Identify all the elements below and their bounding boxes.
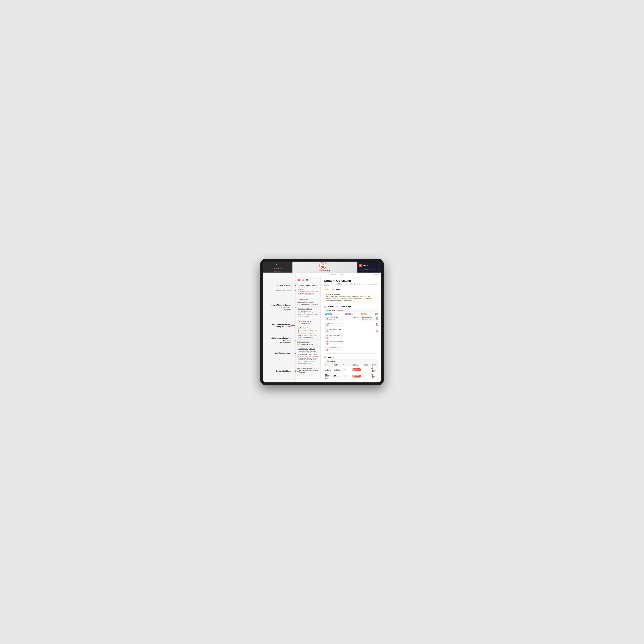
tiktok-icon: ▷ bbox=[346, 317, 347, 318]
contentos-os-small: OS bbox=[279, 270, 281, 272]
kanban-icon: 📋 bbox=[297, 320, 299, 322]
tab-calendar[interactable]: Calendar bbox=[336, 309, 344, 312]
kanban-card-youtube[interactable]: ▷ Youtube AB bbox=[325, 322, 344, 327]
tablet-screen: SN STARTUP NOTION contentOS 👍❤️ contentO… bbox=[263, 262, 381, 382]
kanban-col-published: Published ▷ Product 4 Video AB bbox=[375, 313, 378, 352]
sidebar-item-calendar[interactable]: 📅 Content Calendar bbox=[296, 322, 320, 325]
linkedin-icon: in bbox=[327, 329, 327, 330]
kanban-review-header: Review bbox=[361, 313, 374, 315]
sidebar-item-repurpose-ai[interactable]: 🤖 Content Repurposing (AI) bbox=[296, 367, 320, 369]
forward-icon[interactable]: → bbox=[300, 273, 302, 275]
kanban-card-medium-pub[interactable]: 🔵 Medium Article AB bbox=[375, 322, 378, 327]
label-db-view-arrow bbox=[291, 353, 296, 354]
row-type: ✉️Email Marketing bbox=[333, 367, 342, 373]
sidebar-item-idea-gen[interactable]: 🤖 Content Idea Generation bbox=[296, 301, 320, 303]
breadcrumb: Content OS Master bbox=[331, 274, 344, 275]
notion-inner: C contentOS 💡 Idea Generation Phase: Use… bbox=[296, 276, 381, 379]
label-db-view: Main Database View bbox=[266, 352, 296, 354]
kanban-published-header: Published bbox=[375, 313, 378, 315]
startos-icon: SO bbox=[359, 264, 362, 267]
video-icon: ▷ bbox=[376, 317, 377, 318]
left-labels-panel: 100 Content Hooks AI Idea Generation bbox=[263, 273, 296, 382]
youtube-icon: ▷ bbox=[327, 323, 327, 324]
idea-gen-card: 💡 Idea Generation Use 🪝 Content Hooks as… bbox=[324, 292, 378, 303]
startos-subtitle: INTEGRATED START OPERATING SYST bbox=[359, 268, 379, 270]
row-created: ABAjinkya Bhat bbox=[370, 373, 378, 379]
planning-phase-box: 📅 Planning Phase: View your content stat… bbox=[296, 306, 320, 319]
contentos-main-logo-brand: content bbox=[319, 270, 327, 272]
tab-content-stage[interactable]: Content Stage bbox=[325, 309, 336, 312]
medium-pub-user: AB bbox=[376, 324, 378, 326]
research-label: Content Research (Add yours) bbox=[299, 304, 318, 305]
sidebar-item-kanban[interactable]: 📋 Content Kanban View bbox=[296, 320, 320, 322]
kanban-card-twitter[interactable]: 🐦 Product 2 Twitter Promo AB bbox=[325, 334, 344, 339]
more-btn[interactable]: ••• bbox=[378, 274, 379, 275]
repurpose-ai-icon: 🤖 bbox=[297, 367, 299, 369]
email-user: AB bbox=[327, 349, 343, 351]
kanban-card-medium-review[interactable]: 🔵 Medium Article JW J.W. Ambrose bbox=[361, 316, 374, 321]
user-dot-ab9: AB bbox=[376, 331, 378, 332]
col-status: Status bbox=[342, 363, 351, 367]
startup-notion-logo: SN bbox=[273, 262, 278, 267]
notion-header: ← → Content OS Master Share ••• bbox=[296, 273, 381, 276]
row-type: 📷Facebook bbox=[333, 373, 342, 379]
label-hooks: 100 Content Hooks bbox=[266, 285, 296, 287]
idea-gen-label: Content Idea Generation bbox=[299, 301, 314, 303]
share-btn[interactable]: Share bbox=[374, 274, 377, 275]
label-kanban: Content Planning KanbanBoard (Toggle for… bbox=[266, 304, 296, 311]
idea-gen-card-header: 💡 Idea Generation bbox=[326, 293, 376, 295]
label-ai: AI Idea Generation bbox=[266, 289, 296, 291]
col-type: Content Type bbox=[333, 363, 342, 367]
content-db-icon: 📦 bbox=[297, 341, 299, 343]
kanban-board: Planned ▷ Example YT Short AB Ajinkya Bh… bbox=[324, 312, 378, 353]
table-body: ✉️Email Marketing ✉️Email Marketing Idea… bbox=[324, 367, 378, 379]
kanban-card-email[interactable]: ✉️ Email Marketing AB bbox=[325, 346, 344, 351]
idea-gen-card-icon: 💡 bbox=[326, 293, 328, 295]
kanban-card-yt-short[interactable]: ▷ Example YT Short AB Ajinkya Bhat bbox=[325, 316, 344, 321]
sidebar-item-medium-example[interactable]: 🟢 Medium Article to Twitter thread (exam… bbox=[296, 369, 320, 373]
contentos-main-logo-suffix: OS bbox=[327, 270, 331, 272]
sidebar-item-by-media[interactable]: 📂 Content by Media Type bbox=[296, 343, 320, 346]
creation-phase-box: ✍️ Creation Phase: 📦 Content Database is… bbox=[296, 326, 320, 340]
table-view-all-content[interactable]: 📋 All Content bbox=[325, 360, 335, 362]
hooks-icon: 🪝 bbox=[297, 299, 299, 301]
sidebar-item-content-db[interactable]: 📦 Content Database bbox=[296, 341, 320, 343]
linkedin-user: AB bbox=[327, 331, 343, 332]
label-hooks-arrow bbox=[291, 285, 296, 286]
repurpose-phase-desc: Use the main content hub i.e. 📦 Content … bbox=[298, 350, 319, 364]
kanban-tabs: Content Stage Calendar bbox=[324, 309, 378, 312]
col-created: Created by bbox=[370, 363, 378, 367]
user-dot-ab5: AB bbox=[327, 343, 328, 345]
table-row[interactable]: ✉️Email Marketing ✉️Email Marketing Idea… bbox=[324, 367, 378, 373]
table-row[interactable]: 📷Facebook Post for Shoe 4 📷Facebook Idea… bbox=[324, 373, 378, 379]
kanban-planned-header: Planned bbox=[325, 313, 344, 315]
row-segment: Recreational Runners bbox=[351, 373, 362, 379]
label-repurpose-ai-arrow bbox=[291, 340, 296, 341]
label-kanban-arrow bbox=[291, 307, 296, 308]
kanban-wrapper: Content Stage Calendar Planned bbox=[324, 309, 378, 354]
repurpose-ai-label: Content Repurposing (AI) bbox=[299, 367, 315, 369]
kanban-card-poster[interactable]: 📋 Product Poster AB bbox=[375, 328, 378, 333]
row-product bbox=[362, 373, 370, 379]
table-head: As Name Content Type Status Target Segme… bbox=[324, 363, 378, 367]
col-name: As Name bbox=[324, 363, 333, 367]
kanban-card-facebook[interactable]: 📷 Facebook Post for Shoe 4 AB bbox=[325, 340, 344, 345]
row-product bbox=[362, 367, 370, 373]
back-icon[interactable]: ← bbox=[298, 273, 299, 275]
idea-gen-card-text: Use 🪝 Content Hooks as inspiration for h… bbox=[326, 296, 376, 301]
sidebar-item-content-hooks[interactable]: 🪝 Content Hooks bbox=[296, 299, 320, 301]
sidebar-item-content-research[interactable]: 🔍 Content Research (Add yours) bbox=[296, 303, 320, 306]
row-name: 📷Facebook Post for Shoe 4 bbox=[324, 373, 333, 379]
medium-example-icon: 🟢 bbox=[297, 371, 299, 372]
medium-review-user: JW J.W. Ambrose bbox=[362, 318, 372, 320]
row-status: Idea bbox=[342, 367, 351, 373]
startup-notion-label: STARTUP NOTION bbox=[273, 268, 283, 269]
user-avatar-ab2: AB bbox=[327, 324, 328, 326]
label-repurpose-stack: Repurposing Stack bbox=[266, 370, 296, 372]
user-dot-ab8: AB bbox=[376, 324, 378, 326]
kanban-card-linkedin[interactable]: in LinkedIn Post for Product 1 AB bbox=[325, 328, 344, 333]
planning-phase-desc: View your content status in the pipeline… bbox=[298, 310, 319, 317]
kanban-card-product4video[interactable]: ▷ Product 4 Video AB bbox=[375, 316, 378, 321]
kanban-card-tiktok[interactable]: ▷ TikTok for Product 5 bbox=[345, 316, 360, 319]
repurpose-phase-box: 🔄 Repurposing Phase: Use the main conten… bbox=[296, 346, 320, 366]
